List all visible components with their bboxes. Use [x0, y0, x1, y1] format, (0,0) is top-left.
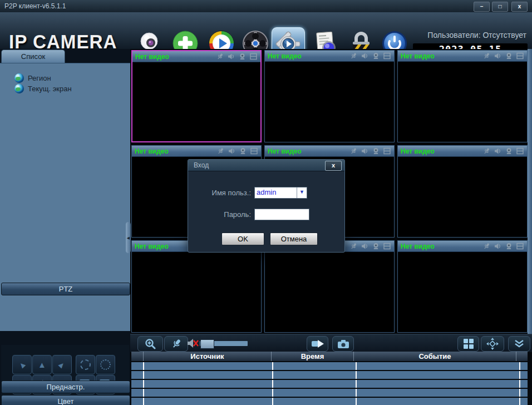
chevron-left-icon: ◀ — [127, 236, 130, 240]
ptz-up-button[interactable]: ▲ — [32, 355, 52, 374]
ptz-panel-header[interactable]: PTZ — [1, 283, 130, 295]
panel-icon[interactable] — [516, 147, 524, 155]
color-panel-header[interactable]: Цвет — [1, 395, 130, 405]
panel-icon[interactable] — [516, 243, 524, 250]
event-table-row[interactable] — [131, 362, 528, 370]
snapshot-icon — [337, 339, 349, 349]
video-cell-body[interactable] — [398, 252, 527, 332]
panel-icon[interactable] — [383, 147, 391, 155]
col-event[interactable]: Событие — [353, 352, 516, 361]
event-table-row[interactable] — [131, 398, 528, 405]
webcam-icon[interactable] — [505, 52, 513, 60]
iris-open-button[interactable] — [76, 355, 95, 374]
ptz-up-left-button[interactable]: ▲ — [12, 355, 32, 374]
video-cell-body[interactable] — [398, 62, 527, 142]
globe-icon — [14, 84, 24, 93]
tree-item-current-screen[interactable]: Текущ. экран — [14, 83, 72, 93]
speaker-icon[interactable] — [494, 243, 501, 250]
speaker-icon[interactable] — [228, 53, 235, 60]
ptz-up-right-button[interactable]: ▲ — [52, 355, 72, 374]
event-table-header: Источник Время Событие — [131, 352, 528, 361]
cancel-button[interactable]: Отмена — [270, 233, 318, 245]
webcam-icon[interactable] — [505, 243, 513, 250]
mic-icon[interactable] — [350, 52, 357, 60]
video-cell-body[interactable] — [132, 62, 260, 141]
video-cell[interactable]: Нет видео — [264, 240, 395, 333]
speaker-icon[interactable] — [494, 147, 501, 155]
talk-button[interactable] — [164, 336, 188, 352]
video-cell[interactable]: Нет видео — [397, 240, 528, 333]
dialog-close-button[interactable]: x — [325, 161, 342, 171]
snapshot-button[interactable] — [332, 336, 354, 352]
mic-icon[interactable] — [483, 243, 490, 250]
no-video-label: Нет видео — [398, 52, 483, 60]
tab-list[interactable]: Список — [1, 50, 65, 63]
ok-button[interactable]: OK — [221, 233, 264, 245]
col-blank — [131, 352, 143, 361]
panel-icon[interactable] — [250, 147, 258, 155]
webcam-icon[interactable] — [505, 147, 513, 155]
mic-icon[interactable] — [216, 53, 224, 60]
video-cell[interactable]: Нет видео — [397, 145, 528, 238]
mic-icon[interactable] — [483, 52, 490, 60]
no-video-label: Нет видео — [398, 243, 483, 250]
panel-icon[interactable] — [383, 243, 391, 250]
sidebar-collapse-handle[interactable]: ◀ — [126, 222, 131, 253]
webcam-icon[interactable] — [372, 52, 380, 60]
event-table: Источник Время Событие — [131, 352, 528, 405]
mic-icon[interactable] — [483, 147, 490, 155]
col-time[interactable]: Время — [271, 352, 353, 361]
mute-speaker-icon[interactable] — [187, 338, 199, 349]
preset-panel-header[interactable]: Преднастр. — [1, 381, 130, 393]
video-out-button[interactable] — [307, 336, 328, 352]
panel-icon[interactable] — [250, 53, 257, 60]
panel-icon[interactable] — [383, 52, 391, 60]
digital-zoom-button[interactable] — [137, 336, 163, 352]
volume-slider-handle[interactable] — [200, 339, 214, 349]
speaker-icon[interactable] — [361, 243, 368, 250]
webcam-icon[interactable] — [239, 147, 247, 155]
video-cell-header: Нет видео — [265, 146, 394, 157]
password-input[interactable] — [254, 209, 309, 220]
col-source[interactable]: Источник — [143, 352, 271, 361]
webcam-icon[interactable] — [372, 243, 380, 250]
video-cell-body[interactable] — [398, 157, 527, 237]
speaker-icon[interactable] — [228, 147, 235, 155]
video-cell[interactable]: Нет видео — [131, 50, 262, 142]
grid-layout-button[interactable] — [457, 336, 479, 352]
speaker-icon[interactable] — [361, 147, 368, 155]
users-status: Пользователи: Отсутствует — [427, 31, 526, 39]
collapse-events-button[interactable] — [508, 336, 530, 352]
maximize-button[interactable]: □ — [492, 2, 508, 12]
speaker-icon[interactable] — [494, 52, 501, 60]
mic-icon[interactable] — [350, 147, 357, 155]
event-table-row[interactable] — [131, 380, 528, 388]
video-cell-body[interactable] — [265, 252, 394, 332]
arrow-up-left-icon: ▲ — [16, 359, 28, 371]
talk-mic-icon — [171, 338, 182, 349]
event-table-row[interactable] — [131, 371, 528, 379]
video-cell-body[interactable] — [132, 252, 261, 332]
tree-item-label: Текущ. экран — [28, 85, 72, 93]
dropdown-button[interactable]: ▼ — [297, 187, 307, 198]
webcam-icon[interactable] — [372, 147, 380, 155]
event-table-row[interactable] — [131, 389, 528, 397]
close-button[interactable]: x — [511, 2, 528, 12]
dialog-title: Вход — [188, 160, 344, 171]
pan-fullscreen-button[interactable] — [481, 336, 504, 352]
tree-item-region[interactable]: Регион — [14, 73, 51, 83]
mic-icon[interactable] — [350, 243, 357, 250]
username-combobox[interactable]: admin ▼ — [254, 187, 307, 199]
video-cell[interactable]: Нет видео — [264, 50, 395, 142]
webcam-icon[interactable] — [239, 53, 246, 60]
video-cell-body[interactable] — [265, 62, 394, 142]
video-cell[interactable]: Нет видео — [397, 50, 528, 142]
panel-icon[interactable] — [516, 52, 524, 60]
minimize-button[interactable]: – — [474, 2, 490, 12]
speaker-icon[interactable] — [361, 52, 368, 60]
iris-close-button[interactable] — [96, 355, 115, 374]
no-video-label: Нет видео — [132, 53, 216, 61]
video-cell[interactable]: Нет видео — [131, 240, 262, 333]
password-label: Пароль: — [193, 210, 251, 219]
mic-icon[interactable] — [217, 147, 224, 155]
